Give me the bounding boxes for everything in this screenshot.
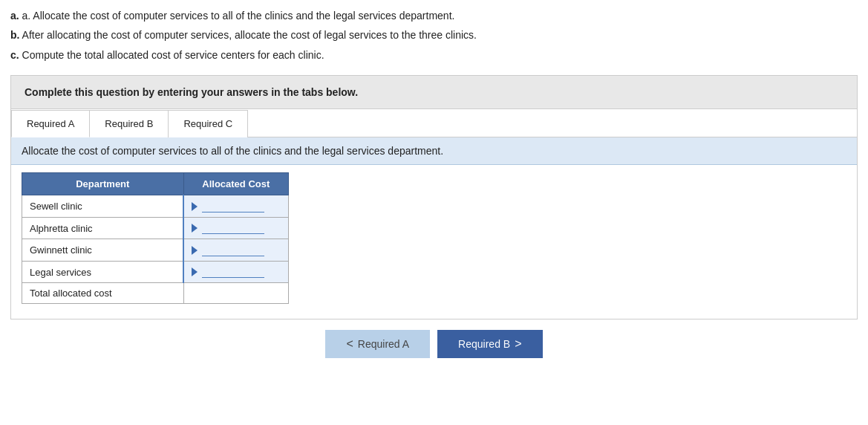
table-row: Legal services xyxy=(22,261,289,283)
table-row: Sewell clinic xyxy=(22,195,289,218)
tabs-header: Required A Required B Required C xyxy=(11,109,857,137)
cost-input-underline xyxy=(202,201,264,212)
table-body: Sewell clinicAlphretta clinicGwinnett cl… xyxy=(22,195,289,304)
instruction-c-bold: c. xyxy=(10,49,19,61)
table-row: Total allocated cost xyxy=(22,283,289,304)
input-arrow-icon xyxy=(192,246,198,255)
tab-required-a-label: Required A xyxy=(27,118,74,129)
nav-buttons: < Required A Required B > xyxy=(10,319,858,366)
cost-cell[interactable] xyxy=(183,217,288,239)
question-box-text: Complete this question by entering your … xyxy=(25,86,843,98)
prev-button-label: Required A xyxy=(358,338,409,350)
dept-cell: Alphretta clinic xyxy=(22,217,184,239)
instruction-a-text: a. Allocate the cost of computer service… xyxy=(22,10,455,22)
tab-description-text: Allocate the cost of computer services t… xyxy=(22,145,443,157)
prev-chevron-icon: < xyxy=(346,337,353,351)
question-box: Complete this question by entering your … xyxy=(10,75,858,109)
next-button[interactable]: Required B > xyxy=(437,330,542,358)
cost-cell[interactable] xyxy=(183,261,288,283)
table-header-row: Department Allocated Cost xyxy=(22,173,289,195)
instruction-c-text: Compute the total allocated cost of serv… xyxy=(22,49,324,61)
dept-cell: Legal services xyxy=(22,261,184,283)
cost-cell[interactable] xyxy=(183,195,288,218)
tab-required-c[interactable]: Required C xyxy=(168,110,248,137)
instruction-b-bold: b. xyxy=(10,29,19,41)
input-arrow-icon xyxy=(192,267,198,276)
next-chevron-icon: > xyxy=(515,337,521,351)
tab-required-a[interactable]: Required A xyxy=(11,110,90,137)
tab-content: Allocate the cost of computer services t… xyxy=(11,137,857,319)
tab-required-b[interactable]: Required B xyxy=(89,110,169,137)
instruction-a: a. a. Allocate the cost of computer serv… xyxy=(10,7,858,24)
dept-cell: Sewell clinic xyxy=(22,195,184,218)
table-row: Gwinnett clinic xyxy=(22,239,289,262)
instruction-b-text: After allocating the cost of computer se… xyxy=(22,29,477,41)
cost-cell[interactable] xyxy=(183,283,288,304)
tabs-wrapper: Required A Required B Required C Allocat… xyxy=(10,109,858,319)
tab-required-c-label: Required C xyxy=(183,118,232,129)
allocation-table: Department Allocated Cost Sewell clinicA… xyxy=(22,172,289,304)
instruction-a-bold: a. xyxy=(10,10,19,22)
input-arrow-icon xyxy=(192,224,198,233)
tab-description: Allocate the cost of computer services t… xyxy=(11,137,857,165)
instructions-block: a. a. Allocate the cost of computer serv… xyxy=(10,7,858,63)
instruction-c: c. Compute the total allocated cost of s… xyxy=(10,47,858,63)
cost-column-header: Allocated Cost xyxy=(183,173,288,195)
instruction-b: b. After allocating the cost of computer… xyxy=(10,27,858,43)
page-wrapper: a. a. Allocate the cost of computer serv… xyxy=(0,0,868,380)
dept-column-header: Department xyxy=(22,173,184,195)
prev-button[interactable]: < Required A xyxy=(325,330,430,358)
table-row: Alphretta clinic xyxy=(22,217,289,239)
cost-input-underline xyxy=(202,222,264,234)
dept-cell: Gwinnett clinic xyxy=(22,239,184,262)
dept-cell: Total allocated cost xyxy=(22,283,184,304)
tab-required-b-label: Required B xyxy=(105,118,153,129)
next-button-label: Required B xyxy=(458,338,510,350)
table-container: Department Allocated Cost Sewell clinicA… xyxy=(11,165,857,319)
input-arrow-icon xyxy=(192,202,198,211)
cost-input-underline xyxy=(202,244,264,256)
cost-cell[interactable] xyxy=(183,239,288,262)
cost-input-underline xyxy=(202,266,264,278)
